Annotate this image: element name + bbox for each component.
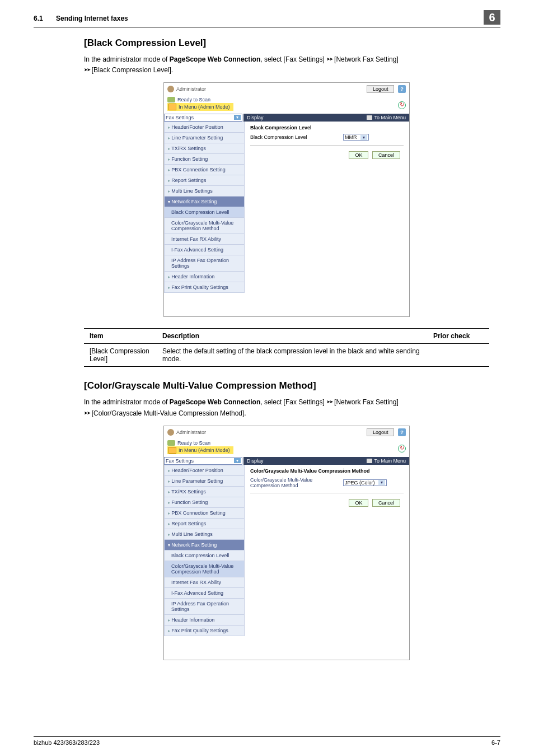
footer-model: bizhub 423/363/283/223 [34,739,100,746]
arrow-icon: ➤➤ [326,55,332,63]
help-icon[interactable]: ? [398,85,406,93]
sidebar-item[interactable]: Fax Print Quality Settings [164,626,245,636]
logout-button[interactable]: Logout [367,428,395,436]
section2-title: [Color/Grayscale Multi-Value Compression… [84,380,489,391]
td-item: [Black Compres­sion Level] [84,344,157,367]
sidebar-item[interactable]: Function Setting [164,154,245,165]
compression-select[interactable]: MMR▾ [343,134,369,141]
status-menu: In Menu (Admin Mode) [179,104,230,110]
list-icon [367,459,372,463]
screenshot2: Administrator Logout ? Ready to Scan In … [163,426,410,660]
sidebar-item[interactable]: Report Settings [164,175,245,186]
select-value: JPEG (Color) [345,480,375,486]
status-menu: In Menu (Admin Mode) [179,447,230,453]
chevron-down-icon: ▾ [360,135,367,140]
sidebar-item[interactable]: PBX Connection Setting [164,165,245,175]
arrow-icon: ➤➤ [84,409,90,417]
ok-button[interactable]: OK [349,499,368,507]
sidebar-item[interactable]: TX/RX Settings [164,487,245,497]
menu-icon [168,104,176,110]
compression-select[interactable]: JPEG (Color)▾ [343,479,387,486]
category-select[interactable]: Fax Settings▾ [164,457,242,465]
intro-text: [Network Fax Setting] [332,55,399,63]
footer-page: 6-7 [491,739,500,746]
sidebar-group-network-fax[interactable]: Network Fax Setting [164,540,245,550]
ok-button[interactable]: OK [349,151,368,159]
td-desc: Select the default setting of the black … [157,344,428,367]
scan-icon [167,97,175,102]
sidebar-item[interactable]: TX/RX Settings [164,143,245,154]
spec-table: Item Description Prior check [Black Comp… [84,328,489,367]
section-title: Sending Internet faxes [56,15,128,22]
status-ready: Ready to Scan [177,440,210,446]
sidebar-nav: Header/Footer Position Line Parameter Se… [164,122,245,293]
sidebar-item[interactable]: Line Parameter Setting [164,133,245,143]
refresh-icon[interactable] [398,101,406,109]
sidebar-item[interactable]: PBX Connection Setting [164,508,245,519]
intro-text: [Network Fax Setting] [332,398,399,406]
admin-icon [167,429,174,436]
cancel-button[interactable]: Cancel [372,151,400,159]
admin-icon [167,86,174,92]
intro-bold: PageScope Web Connection [170,55,260,63]
section1-intro: In the administrator mode of PageScope W… [84,54,489,76]
sidebar-item[interactable]: Multi Line Settings [164,529,245,540]
arrow-icon: ➤➤ [84,66,90,74]
sidebar-nav: Header/Footer Position Line Parameter Se… [164,465,245,636]
sidebar-item[interactable]: Function Setting [164,497,245,508]
cancel-button[interactable]: Cancel [372,499,400,507]
sidebar-item[interactable]: Report Settings [164,519,245,529]
field-label: Black Compression Level [250,134,334,140]
section-number: 6.1 [34,15,43,22]
display-button[interactable]: Display [243,457,267,465]
sidebar-item[interactable]: Internet Fax RX Ability [164,577,245,588]
sidebar-item[interactable]: Line Parameter Setting [164,476,245,487]
sidebar-item[interactable]: I-Fax Advanced Setting [164,245,245,255]
intro-text: In the administrator mode of [84,55,170,63]
select-value: MMR [345,134,357,140]
sidebar-item[interactable]: Header/Footer Position [164,465,245,476]
admin-label: Administrator [176,430,206,435]
sidebar-group-network-fax[interactable]: Network Fax Setting [164,197,245,207]
select-value: Fax Settings [166,115,194,120]
content-title: Black Compression Level [250,125,404,130]
th-prior: Prior check [428,329,489,344]
th-item: Item [84,329,157,344]
chevron-down-icon: ▾ [234,458,241,463]
content-title: Color/Grayscale Multi-Value Compression … [250,468,404,474]
logout-button[interactable]: Logout [367,85,395,93]
menu-icon [168,447,176,454]
section1-title: [Black Compression Level] [84,38,489,49]
sidebar-item[interactable]: Header Information [164,615,245,626]
sidebar-item[interactable]: Multi Line Settings [164,186,245,197]
field-label: Color/Grayscale Multi-Value Compression … [250,477,334,488]
sidebar-item[interactable]: I-Fax Advanced Setting [164,588,245,599]
sidebar-item[interactable]: Header Information [164,272,245,282]
sidebar-item-black-compression[interactable]: Black Compression Levell [164,550,245,561]
refresh-icon[interactable] [398,445,406,452]
admin-label: Administrator [176,86,206,92]
sidebar-item[interactable]: IP Address Fax Operation Settings [164,255,245,272]
sidebar-item-color-compression[interactable]: Color/Grayscale Multi-Value Compression … [164,218,245,234]
content-pane: Color/Grayscale Multi-Value Compression … [245,465,409,636]
display-button[interactable]: Display [243,114,267,122]
section2-intro: In the administrator mode of PageScope W… [84,397,489,418]
sidebar-item-black-compression[interactable]: Black Compression Levell [164,207,245,218]
help-icon[interactable]: ? [398,428,406,436]
category-select[interactable]: Fax Settings▾ [164,114,242,122]
content-pane: Black Compression Level Black Compressio… [245,122,409,293]
to-main-menu-button[interactable]: To Main Menu [363,114,409,122]
sidebar-item[interactable]: Internet Fax RX Ability [164,234,245,245]
chevron-down-icon: ▾ [234,115,241,120]
sidebar-item[interactable]: Header/Footer Position [164,122,245,133]
page-header: 6.1 Sending Internet faxes 6 [34,11,500,27]
sidebar-item[interactable]: IP Address Fax Operation Settings [164,599,245,615]
chapter-badge: 6 [484,10,500,25]
to-main-menu-button[interactable]: To Main Menu [363,457,409,465]
status-ready: Ready to Scan [177,97,210,102]
sidebar-item-color-compression[interactable]: Color/Grayscale Multi-Value Compression … [164,561,245,577]
intro-text: In the administrator mode of [84,398,170,406]
sidebar-item[interactable]: Fax Print Quality Settings [164,282,245,293]
screenshot1: Administrator Logout ? Ready to Scan In … [163,82,410,317]
list-icon [367,115,372,120]
